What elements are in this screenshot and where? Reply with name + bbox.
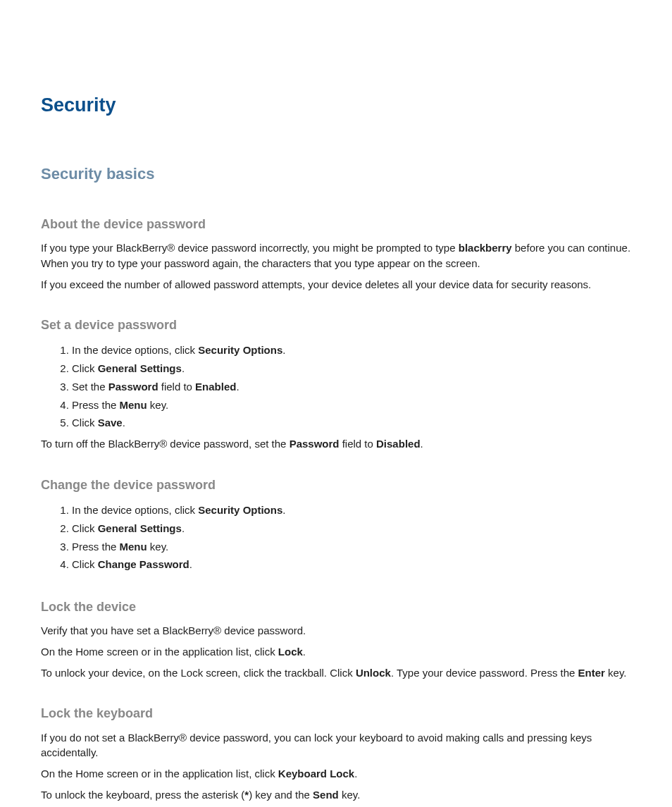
page-number: 235 (616, 805, 631, 807)
text: If you type your BlackBerry® device pass… (41, 242, 459, 254)
set-password-steps: In the device options, click Security Op… (41, 341, 631, 432)
bold-text: Security Options (198, 344, 282, 356)
text: . (123, 417, 125, 429)
page-title: Security (41, 92, 631, 119)
bold-text: Password (108, 381, 158, 393)
bold-text: Send (313, 789, 339, 801)
list-item: Press the Menu key. (72, 538, 631, 556)
bold-text: Security Options (198, 504, 282, 516)
text: . (189, 558, 192, 570)
text: key. (147, 541, 169, 553)
bold-text: Disabled (376, 438, 421, 450)
set-password-after: To turn off the BlackBerry® device passw… (41, 436, 631, 452)
text: key. (339, 789, 361, 801)
list-item: Click Change Password. (72, 555, 631, 574)
subheading-change-device-password: Change the device password (41, 476, 631, 494)
list-item: Click General Settings. (72, 519, 631, 538)
text: Press the (72, 541, 120, 553)
text: Click (72, 362, 98, 374)
bold-text: Change Password (98, 558, 189, 570)
lock-keyboard-p3: To unlock the keyboard, press the asteri… (41, 787, 631, 803)
text: . (282, 344, 285, 356)
bold-text: Keyboard Lock (278, 768, 354, 780)
bold-text: blackberry (459, 242, 512, 254)
text: Click (72, 417, 98, 429)
text: In the device options, click (72, 344, 198, 356)
lock-device-p2: On the Home screen or in the application… (41, 644, 631, 660)
text: key. (147, 399, 169, 411)
text: . (182, 362, 185, 374)
text: . (182, 522, 185, 534)
text: To unlock your device, on the Lock scree… (41, 667, 356, 679)
bold-text: Save (98, 417, 123, 429)
change-password-steps: In the device options, click Security Op… (41, 501, 631, 574)
bold-text: Lock (278, 646, 303, 658)
text: . (282, 504, 285, 516)
about-paragraph-1: If you type your BlackBerry® device pass… (41, 240, 631, 271)
text: Click (72, 522, 98, 534)
text: . Type your device password. Press the (391, 667, 578, 679)
text: To turn off the BlackBerry® device passw… (41, 438, 290, 450)
bold-text: General Settings (98, 362, 182, 374)
text: Press the (72, 399, 120, 411)
text: field to (340, 438, 377, 450)
text: field to (158, 381, 196, 393)
text: . (354, 768, 357, 780)
bold-text: Unlock (356, 667, 391, 679)
subheading-about-device-password: About the device password (41, 215, 631, 233)
lock-device-p3: To unlock your device, on the Lock scree… (41, 665, 631, 681)
text: . (236, 381, 239, 393)
bold-text: Enabled (195, 381, 236, 393)
text: In the device options, click (72, 504, 198, 516)
list-item: Click Save. (72, 414, 631, 432)
text: . (303, 646, 306, 658)
section-title: Security basics (41, 163, 631, 185)
subheading-set-device-password: Set a device password (41, 316, 631, 334)
text: . (421, 438, 423, 450)
list-item: In the device options, click Security Op… (72, 501, 631, 519)
list-item: In the device options, click Security Op… (72, 341, 631, 359)
lock-device-p1: Verify that you have set a BlackBerry® d… (41, 623, 631, 639)
text: On the Home screen or in the application… (41, 768, 278, 780)
text: Click (72, 558, 98, 570)
text: To unlock the keyboard, press the asteri… (41, 789, 244, 801)
text: On the Home screen or in the application… (41, 646, 278, 658)
bold-text: Menu (120, 541, 147, 553)
subheading-lock-device: Lock the device (41, 598, 631, 616)
list-item: Press the Menu key. (72, 396, 631, 414)
bold-text: Menu (120, 399, 147, 411)
lock-keyboard-p1: If you do not set a BlackBerry® device p… (41, 730, 631, 761)
bold-text: Enter (578, 667, 605, 679)
subheading-lock-keyboard: Lock the keyboard (41, 704, 631, 722)
text: ) key and the (249, 789, 313, 801)
bold-text: Password (290, 438, 340, 450)
bold-text: General Settings (98, 522, 182, 534)
lock-keyboard-p2: On the Home screen or in the application… (41, 766, 631, 782)
text: key. (605, 667, 627, 679)
list-item: Set the Password field to Enabled. (72, 378, 631, 396)
list-item: Click General Settings. (72, 359, 631, 378)
about-paragraph-2: If you exceed the number of allowed pass… (41, 277, 631, 292)
text: Set the (72, 381, 108, 393)
